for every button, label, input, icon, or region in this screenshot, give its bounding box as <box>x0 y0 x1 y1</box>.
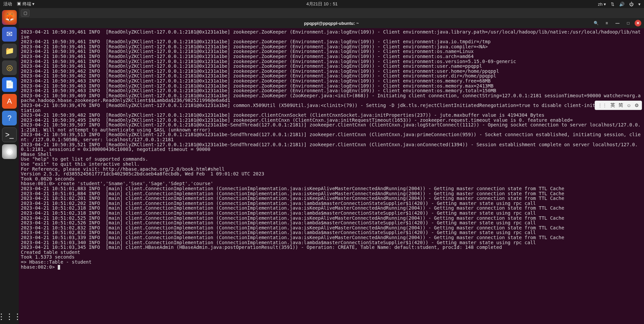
dock-icon-firefox[interactable]: 🦊 <box>2 10 17 25</box>
clock[interactable]: 4月21日 10：51 <box>306 1 337 7</box>
cursor <box>58 265 60 270</box>
dock-icon-thunderbird[interactable]: ✉ <box>2 27 17 42</box>
volume-icon[interactable]: 🔊 <box>619 2 625 7</box>
maximize-button[interactable]: □ <box>624 19 633 27</box>
ubuntu-dock: 🦊 ✉ 📁 ◎ 📄 A ? >_ ◉ ⋮⋮⋮ <box>0 8 19 324</box>
terminal-tabbar: ▢ <box>19 8 644 18</box>
dock-icon-disc[interactable]: ◉ <box>2 144 17 159</box>
new-tab-button[interactable]: ▢ <box>21 9 30 17</box>
power-icon[interactable]: ⏻ <box>629 2 634 7</box>
ime-mode-toggle[interactable]: 简 <box>618 102 623 108</box>
minimize-button[interactable]: — <box>613 19 622 27</box>
menu-button[interactable]: ≡ <box>602 19 611 27</box>
ime-lang-toggle[interactable]: 英 <box>610 102 615 108</box>
terminal-output[interactable]: 2023-04-21 10:50:39,461 INFO [ReadOnlyZK… <box>19 28 644 324</box>
dock-icon-help[interactable]: ? <box>2 111 17 125</box>
terminal-window: ▢ ppqppl@ppqppl-ubuntu: ~ 🔍 ≡ — □ ✕ 2023… <box>19 8 644 324</box>
dock-icon-libreoffice-writer[interactable]: 📄 <box>2 77 17 92</box>
network-icon[interactable]: ⇅ <box>611 2 614 7</box>
window-title: ppqppl@ppqppl-ubuntu: ~ <box>304 21 359 26</box>
app-indicator[interactable]: ▣ 终端 ▾ <box>17 1 35 7</box>
dock-icon-show-apps[interactable]: ⋮⋮⋮ <box>2 309 17 324</box>
activities-button[interactable]: 活动 <box>3 1 12 7</box>
ime-settings-button[interactable]: ⚙ <box>635 103 639 108</box>
terminal-glyph-icon: ▣ <box>17 1 21 6</box>
search-button[interactable]: 🔍 <box>592 19 600 27</box>
gnome-top-bar: 活动 ▣ 终端 ▾ 4月21日 10：51 zh ▾ ⇅ 🔊 ⏻ ▾ <box>0 0 644 8</box>
app-name-label: 终端 <box>22 1 31 6</box>
drag-handle-icon[interactable]: ⋮⋮ <box>598 103 607 108</box>
ime-emoji-button[interactable]: ☺ <box>627 103 631 108</box>
dock-icon-files[interactable]: 📁 <box>2 44 17 58</box>
chevron-down-icon[interactable]: ▾ <box>638 2 641 7</box>
dock-icon-software-store[interactable]: A <box>2 94 17 109</box>
chevron-down-icon: ▾ <box>32 1 35 6</box>
ime-floating-bar[interactable]: ⋮⋮ 英 简 ☺ ⚙ <box>595 101 642 110</box>
dock-icon-terminal[interactable]: >_ <box>2 127 17 142</box>
input-language-indicator[interactable]: zh ▾ <box>598 2 606 7</box>
dock-icon-rhythmbox[interactable]: ◎ <box>2 60 17 75</box>
window-titlebar: ppqppl@ppqppl-ubuntu: ~ 🔍 ≡ — □ ✕ <box>19 18 644 28</box>
close-button[interactable]: ✕ <box>635 20 641 26</box>
chevron-down-icon: ▾ <box>604 2 606 7</box>
